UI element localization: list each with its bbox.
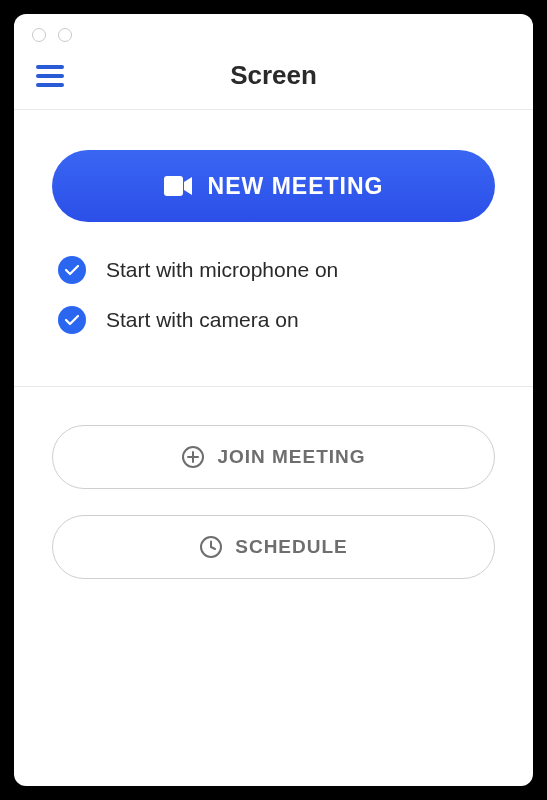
plus-circle-icon — [181, 445, 205, 469]
option-camera-label: Start with camera on — [106, 308, 299, 332]
join-meeting-label: JOIN MEETING — [217, 446, 365, 468]
option-microphone[interactable]: Start with microphone on — [58, 256, 489, 284]
option-microphone-label: Start with microphone on — [106, 258, 338, 282]
secondary-actions: JOIN MEETING SCHEDULE — [14, 387, 533, 617]
header-bar: Screen — [14, 50, 533, 110]
video-camera-icon — [164, 176, 192, 196]
svg-line-6 — [211, 547, 215, 549]
schedule-label: SCHEDULE — [235, 536, 348, 558]
window-controls — [14, 14, 533, 50]
option-camera[interactable]: Start with camera on — [58, 306, 489, 334]
svg-rect-0 — [164, 176, 183, 196]
page-title: Screen — [36, 60, 511, 91]
check-icon — [58, 306, 86, 334]
window-close-dot[interactable] — [32, 28, 46, 42]
clock-icon — [199, 535, 223, 559]
start-options: Start with microphone on Start with came… — [52, 256, 495, 334]
schedule-button[interactable]: SCHEDULE — [52, 515, 495, 579]
new-meeting-button[interactable]: NEW MEETING — [52, 150, 495, 222]
check-icon — [58, 256, 86, 284]
app-window: Screen NEW MEETING Start with microphone… — [14, 14, 533, 786]
main-section: NEW MEETING Start with microphone on Sta… — [14, 110, 533, 344]
join-meeting-button[interactable]: JOIN MEETING — [52, 425, 495, 489]
new-meeting-label: NEW MEETING — [208, 173, 384, 200]
window-minimize-dot[interactable] — [58, 28, 72, 42]
